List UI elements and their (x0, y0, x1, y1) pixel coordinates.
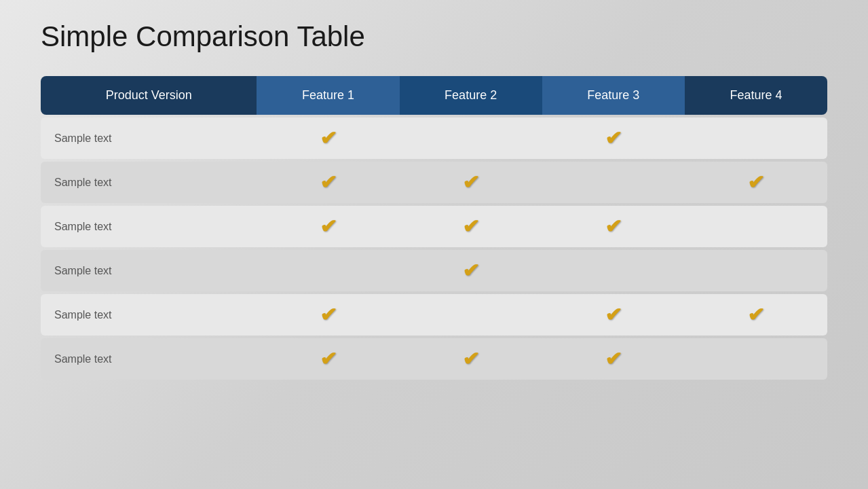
comparison-table: Product Version Feature 1 Feature 2 Feat… (41, 73, 827, 382)
row-1-label: Sample text (41, 162, 257, 203)
row-3-feature2: ✔ (400, 250, 542, 291)
checkmark-icon: ✔ (462, 215, 479, 238)
header-product-version: Product Version (41, 76, 257, 115)
row-0-label: Sample text (41, 117, 257, 159)
row-4-label: Sample text (41, 294, 257, 336)
table-row: Sample text✔✔✔ (41, 162, 827, 203)
table-header-row: Product Version Feature 1 Feature 2 Feat… (41, 76, 827, 115)
header-feature4: Feature 4 (685, 76, 827, 115)
row-3-feature3 (542, 250, 685, 291)
table-row: Sample text✔ (41, 250, 827, 291)
checkmark-icon: ✔ (605, 304, 622, 326)
row-0-feature3: ✔ (542, 117, 685, 159)
row-3-label: Sample text (41, 250, 257, 291)
row-5-feature2: ✔ (400, 338, 542, 380)
row-5-label: Sample text (41, 338, 257, 380)
checkmark-icon: ✔ (605, 215, 622, 238)
header-feature1: Feature 1 (257, 76, 399, 115)
checkmark-icon: ✔ (605, 127, 622, 149)
checkmark-icon: ✔ (320, 127, 337, 149)
row-3-feature1 (257, 250, 399, 291)
row-2-feature1: ✔ (257, 206, 399, 247)
header-feature3: Feature 3 (542, 76, 685, 115)
checkmark-icon: ✔ (462, 348, 479, 370)
row-0-feature1: ✔ (257, 117, 399, 159)
checkmark-icon: ✔ (462, 259, 479, 282)
row-1-feature2: ✔ (400, 162, 542, 203)
row-2-feature4 (685, 206, 827, 247)
row-1-feature3 (542, 162, 685, 203)
row-5-feature3: ✔ (542, 338, 685, 380)
row-5-feature4 (685, 338, 827, 380)
row-2-label: Sample text (41, 206, 257, 247)
row-5-feature1: ✔ (257, 338, 399, 380)
checkmark-icon: ✔ (320, 215, 337, 238)
checkmark-icon: ✔ (747, 304, 764, 326)
row-4-feature4: ✔ (685, 294, 827, 336)
row-0-feature4 (685, 117, 827, 159)
row-2-feature2: ✔ (400, 206, 542, 247)
row-1-feature4: ✔ (685, 162, 827, 203)
row-4-feature3: ✔ (542, 294, 685, 336)
row-3-feature4 (685, 250, 827, 291)
page-title: Simple Comparison Table (41, 20, 827, 53)
row-0-feature2 (400, 117, 542, 159)
checkmark-icon: ✔ (320, 171, 337, 194)
table-row: Sample text✔✔✔ (41, 294, 827, 336)
checkmark-icon: ✔ (747, 171, 764, 194)
row-1-feature1: ✔ (257, 162, 399, 203)
table-row: Sample text✔✔ (41, 117, 827, 159)
table-row: Sample text✔✔✔ (41, 206, 827, 247)
row-2-feature3: ✔ (542, 206, 685, 247)
row-4-feature2 (400, 294, 542, 336)
table-row: Sample text✔✔✔ (41, 338, 827, 380)
checkmark-icon: ✔ (320, 304, 337, 326)
checkmark-icon: ✔ (605, 348, 622, 370)
header-feature2: Feature 2 (400, 76, 542, 115)
row-4-feature1: ✔ (257, 294, 399, 336)
checkmark-icon: ✔ (320, 348, 337, 370)
checkmark-icon: ✔ (462, 171, 479, 194)
comparison-table-wrapper: Product Version Feature 1 Feature 2 Feat… (41, 73, 827, 382)
